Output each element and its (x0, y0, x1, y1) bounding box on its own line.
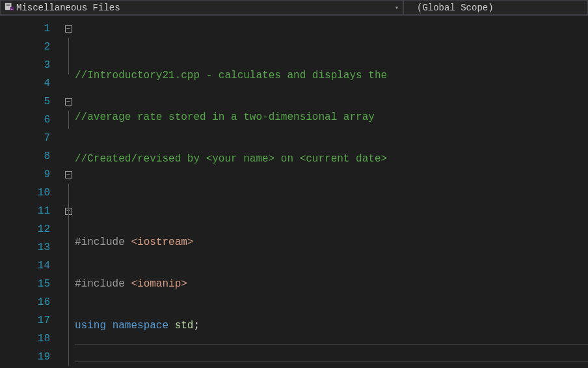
project-scope-label: Miscellaneous Files (16, 3, 120, 13)
line-number: 5 (0, 92, 50, 111)
code-line: //average rate stored in a two-dimension… (75, 108, 588, 126)
code-editor[interactable]: 1 2 3 4 5 6 7 8 9 10 11 12 13 14 15 16 1… (0, 16, 588, 368)
line-number: 10 (0, 184, 50, 202)
navigation-bar: + Miscellaneous Files ▾ (Global Scope) (0, 0, 588, 16)
fold-toggle[interactable]: − (62, 165, 75, 184)
line-number: 6 (0, 111, 50, 129)
line-number: 12 (0, 220, 50, 238)
svg-text:+: + (11, 7, 13, 10)
line-number: 1 (0, 20, 50, 38)
line-number: 3 (0, 56, 50, 74)
code-line: //Created/revised by <your name> on <cur… (75, 150, 588, 168)
line-number: 2 (0, 38, 50, 56)
code-area[interactable]: //Introductory21.cpp - calculates and di… (75, 16, 588, 368)
fold-toggle[interactable]: − (62, 202, 75, 220)
member-scope-label: (Global Scope) (417, 3, 494, 13)
line-number: 19 (0, 348, 50, 366)
line-number: 8 (0, 147, 50, 165)
cpp-file-icon: + (5, 2, 14, 14)
line-number: 17 (0, 311, 50, 330)
line-number: 18 (0, 330, 50, 348)
code-line: #include <iomanip> (75, 275, 588, 293)
svg-rect-2 (7, 5, 10, 6)
fold-toggle[interactable]: − (62, 20, 75, 38)
project-scope-dropdown[interactable]: + Miscellaneous Files ▾ (0, 0, 403, 15)
code-line: #include <iostream> (75, 233, 588, 251)
code-line: using namespace std; (75, 317, 588, 335)
code-line (75, 358, 588, 368)
line-number: 13 (0, 238, 50, 257)
code-line: //Introductory21.cpp - calculates and di… (75, 66, 588, 85)
line-number: 9 (0, 165, 50, 184)
line-number: 16 (0, 293, 50, 311)
line-number: 4 (0, 74, 50, 92)
member-scope-dropdown[interactable]: (Global Scope) (403, 0, 588, 15)
line-number: 14 (0, 257, 50, 275)
chevron-down-icon: ▾ (395, 4, 399, 12)
line-number: 15 (0, 275, 50, 293)
svg-rect-1 (7, 4, 10, 5)
line-number-gutter: 1 2 3 4 5 6 7 8 9 10 11 12 13 14 15 16 1… (0, 16, 62, 368)
code-line (75, 191, 588, 210)
outline-margin: − − − − (62, 16, 75, 368)
line-number: 7 (0, 129, 50, 147)
line-number: 11 (0, 202, 50, 220)
fold-toggle[interactable]: − (62, 92, 75, 111)
